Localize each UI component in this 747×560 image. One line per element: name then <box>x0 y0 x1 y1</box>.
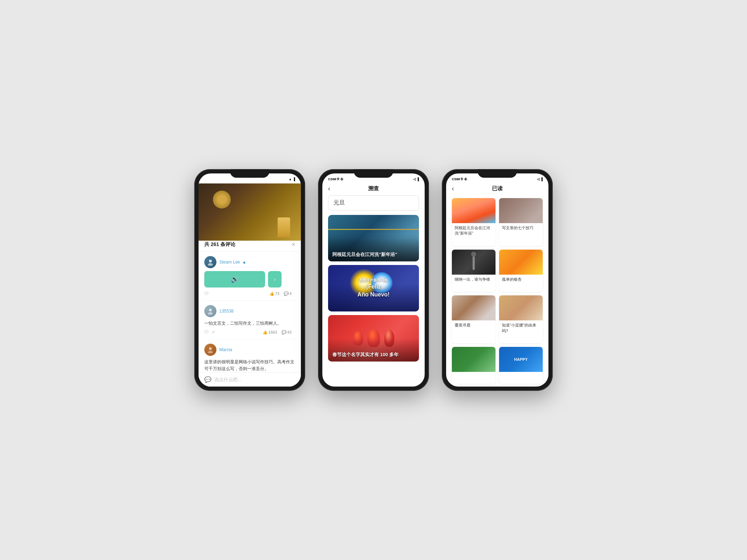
comment-count-1: 4 <box>289 291 292 296</box>
comment-text-135538: 一怕文言文，二怕写作文，三怕周树人。 <box>204 320 295 327</box>
nav-header-search: ‹ 溯查 <box>322 183 425 195</box>
read-image-7: HAPPY <box>499 347 543 372</box>
avatar-steam-lee <box>204 256 216 268</box>
avatar-marcia <box>204 344 216 356</box>
svg-point-5 <box>208 351 213 353</box>
nav-header-read: ‹ 已读 <box>446 183 548 195</box>
search-input-bar[interactable]: 元旦 <box>328 195 419 211</box>
comment-item-steam-lee: Steam Lee ◆ 🔊 › 🛡 <box>204 252 295 301</box>
svg-point-0 <box>209 260 212 262</box>
article-card-spring[interactable]: 春节这个名字其实才有 100 多年 <box>328 315 419 362</box>
user-row-marcia: Marcia <box>204 344 295 356</box>
phone-read-history: CSIM卡 令 ◁ ▐ ‹ 已读 阿根廷元旦会在江河洗"新年浴" <box>442 169 553 391</box>
article-card-ocean[interactable]: 阿根廷元旦会在江河洗"新年浴" <box>328 215 419 261</box>
shield-icon-2: 🛡 <box>204 330 209 335</box>
notch-1 <box>230 169 269 178</box>
actions-row-steam-lee: 🛡 👍 73 💬 4 <box>204 291 295 296</box>
diamond-badge: ◆ <box>243 260 246 264</box>
wifi-icon-1: ▲ <box>289 177 292 181</box>
svg-point-2 <box>209 309 212 311</box>
read-card-5[interactable]: 知道"小蛮腰"的由来吗? <box>499 295 543 343</box>
username-marcia: Marcia <box>219 347 232 352</box>
read-card-3[interactable]: 孤单的银杏 <box>499 250 543 292</box>
suona-icon <box>473 254 475 270</box>
read-title-5: 知道"小蛮腰"的由来吗? <box>499 320 543 336</box>
comment-item-135538: 135538 一怕文言文，二怕写作文，三怕周树人。 🛡 ↗ 👍 1663 💬 4… <box>204 301 295 339</box>
voice-message: 🔊 › <box>204 271 295 288</box>
comments-list: Steam Lee ◆ 🔊 › 🛡 <box>199 252 301 372</box>
username-135538: 135538 <box>219 309 234 314</box>
comment-count-2: 43 <box>287 330 292 334</box>
comment-text-marcia: 这里讲的很明显是网络小说写作技巧。高考作文可千万别这么写，否则一准丢分。 <box>204 359 295 372</box>
voice-next-button[interactable]: › <box>268 271 282 288</box>
read-title-1: 写文章的七个技巧 <box>499 223 543 233</box>
notch-2 <box>354 169 393 178</box>
read-title-3: 孤单的银杏 <box>499 275 543 284</box>
user-row-135538: 135538 <box>204 305 295 317</box>
back-button-read[interactable]: ‹ <box>452 185 454 192</box>
actions-row-135538: 🛡 ↗ 👍 1663 💬 43 <box>204 330 295 335</box>
battery-icon-1: ▐ <box>293 177 295 181</box>
like-icon-2[interactable]: 👍 <box>263 330 268 335</box>
article-cards-list: 阿根廷元旦会在江河洗"新年浴" 西班牙的新年习俗 ¡Feliz Año Nuev… <box>322 215 425 387</box>
status-right-2: ◁ ▐ <box>413 177 419 181</box>
comment-input-bar: 💬 说点什么吧... <box>199 372 301 387</box>
read-image-5 <box>499 295 543 320</box>
speaker-icon: 🔊 <box>231 275 239 283</box>
battery-icon-3: ▐ <box>541 177 543 181</box>
battery-icon-2: ▐ <box>417 177 419 181</box>
page-title-read: 已读 <box>492 185 503 192</box>
card-text-ocean: 阿根廷元旦会在江河洗"新年浴" <box>332 251 415 258</box>
read-image-2 <box>452 250 495 275</box>
read-image-4 <box>452 295 495 320</box>
status-left-2: CSIM卡 令 <box>328 177 343 182</box>
read-card-0[interactable]: 阿根廷元旦会在江河洗"新年浴" <box>452 198 495 246</box>
avatar-135538 <box>204 305 216 317</box>
read-card-2[interactable]: 嗦呐一出，谁与争锋 <box>452 250 495 292</box>
username-steam-lee: Steam Lee <box>219 260 240 265</box>
svg-point-4 <box>209 347 212 350</box>
user-row-steam-lee: Steam Lee ◆ <box>204 256 295 268</box>
hero-image <box>199 183 301 241</box>
svg-point-3 <box>208 312 213 315</box>
shield-icon-1: 🛡 <box>204 291 209 296</box>
read-title-2: 嗦呐一出，谁与争锋 <box>452 275 495 284</box>
svg-point-1 <box>208 263 213 266</box>
read-image-0 <box>452 198 495 223</box>
read-title-6 <box>452 372 495 376</box>
close-button[interactable]: × <box>292 241 295 248</box>
share-icon-2: ↗ <box>211 330 215 335</box>
like-icon-1[interactable]: 👍 <box>269 291 274 296</box>
read-title-7 <box>499 372 543 376</box>
comment-icon-1[interactable]: 💬 <box>284 291 289 296</box>
location-icon-2: ◁ <box>413 177 416 181</box>
card-text-spring: 春节这个名字其实才有 100 多年 <box>332 352 415 358</box>
like-count-1: 73 <box>275 291 279 296</box>
read-articles-grid: 阿根廷元旦会在江河洗"新年浴" 写文章的七个技巧 嗦呐一出，谁与争锋 <box>446 195 548 387</box>
status-right-1: ▲ ▐ <box>289 177 295 181</box>
status-left-3: CSIM卡 令 <box>452 177 467 182</box>
read-title-4: 覆蕉寻鹿 <box>452 320 495 330</box>
comment-icon-2[interactable]: 💬 <box>282 330 287 335</box>
comment-input[interactable]: 说点什么吧... <box>214 377 295 383</box>
phone-search: CSIM卡 令 ◁ ▐ ‹ 溯查 元旦 阿根廷元旦会在江河洗"新 <box>318 169 429 391</box>
comments-panel: 共 261 条评论 × Steam Lee ◆ <box>199 236 301 387</box>
status-right-3: ◁ ▐ <box>537 177 543 181</box>
like-count-2: 1663 <box>268 330 277 334</box>
card-text-feliz: 西班牙的新年习俗 ¡Feliz Año Nuevo! <box>357 278 390 299</box>
read-card-7[interactable]: HAPPY <box>499 347 543 384</box>
read-card-6[interactable] <box>452 347 495 384</box>
article-card-feliz[interactable]: 西班牙的新年习俗 ¡Feliz Año Nuevo! <box>328 265 419 311</box>
read-card-4[interactable]: 覆蕉寻鹿 <box>452 295 495 343</box>
phones-container: ▲ ▐ 共 261 条评论 × <box>194 169 553 391</box>
read-image-6 <box>452 347 495 372</box>
comments-title: 共 261 条评论 <box>204 241 235 248</box>
location-icon-3: ◁ <box>537 177 540 181</box>
back-button-search[interactable]: ‹ <box>328 185 330 192</box>
voice-play-button[interactable]: 🔊 <box>204 271 265 288</box>
read-title-0: 阿根廷元旦会在江河洗"新年浴" <box>452 223 495 239</box>
read-image-1 <box>499 198 543 223</box>
comment-item-marcia: Marcia 这里讲的很明显是网络小说写作技巧。高考作文可千万别这么写，否则一准… <box>204 339 295 372</box>
read-card-1[interactable]: 写文章的七个技巧 <box>499 198 543 246</box>
chat-icon: 💬 <box>204 376 211 383</box>
